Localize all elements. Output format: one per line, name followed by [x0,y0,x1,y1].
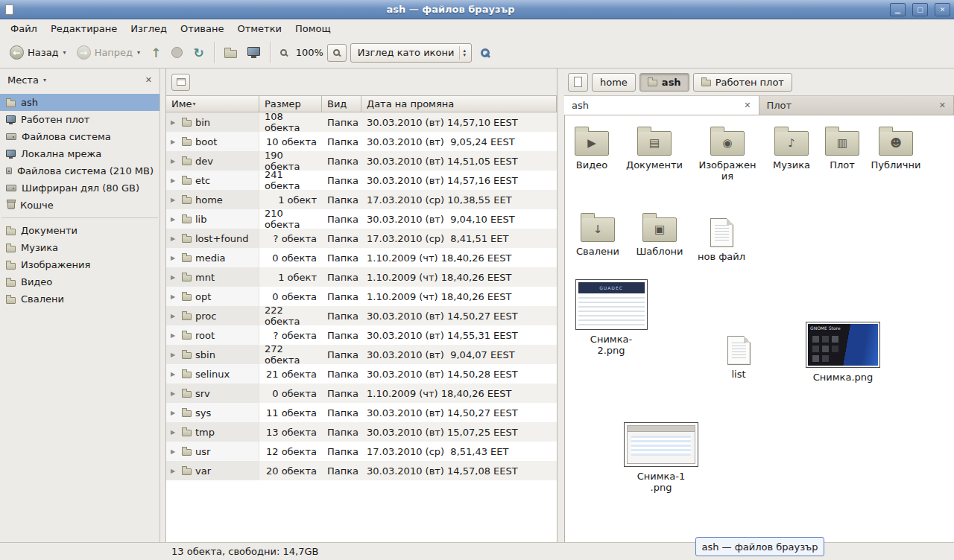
icon-view-item[interactable]: ◉Изображения [698,126,757,182]
expander-icon[interactable]: ▶ [171,410,178,416]
reload-button[interactable]: ↻ [188,42,209,63]
expander-icon[interactable]: ▶ [171,351,178,358]
menu-item-5[interactable]: Помощ [288,22,338,36]
tab-close-icon[interactable]: ✕ [744,101,751,110]
tab-1[interactable]: Плот✕ [759,95,954,115]
table-row[interactable]: ▶proc222 обектаПапка30.03.2010 (вт) 14,5… [166,306,557,325]
icon-view-item[interactable]: list [716,333,761,380]
table-row[interactable]: ▶srv0 обектаПапка1.10.2009 (чт) 18,40,26… [166,384,557,403]
table-row[interactable]: ▶lib210 обектаПапка30.03.2010 (вт) 9,04,… [166,209,557,229]
table-row[interactable]: ▶tmp13 обектаПапка30.03.2010 (вт) 15,07,… [166,422,557,442]
sidebar-close-icon[interactable]: ✕ [145,75,152,85]
expander-icon[interactable]: ▶ [171,216,178,223]
home-button[interactable] [219,44,242,61]
icon-view-item[interactable]: ↓Свалени [569,212,626,257]
expander-icon[interactable]: ▶ [171,119,178,126]
expander-icon[interactable]: ▶ [171,332,178,339]
column-header-date[interactable]: Дата на промяна [361,95,557,112]
spinner-down-icon[interactable]: ▾ [463,53,466,57]
sidebar-title[interactable]: Места [7,74,39,86]
expander-icon[interactable]: ▶ [171,197,178,203]
back-dropdown-icon[interactable]: ▾ [63,49,66,56]
expander-icon[interactable]: ▶ [171,139,178,145]
table-row[interactable]: ▶opt0 обектаПапка1.10.2009 (чт) 18,40,26… [166,287,557,306]
icon-view-item[interactable]: GUADECСнимка-2.png [572,279,651,356]
up-button[interactable]: ↑ [145,42,166,63]
table-row[interactable]: ▶sys11 обектаПапка30.03.2010 (вт) 14,50,… [166,403,557,422]
expander-icon[interactable]: ▶ [171,158,178,165]
icon-view[interactable]: ▶Видео▤Документи◉Изображения♪Музика▥Плот… [564,115,954,542]
table-row[interactable]: ▶var20 обектаПапка30.03.2010 (вт) 14,57,… [166,461,557,480]
sidebar-item-3[interactable]: Локална мрежа [0,145,159,162]
search-button[interactable] [476,45,495,60]
sidebar-item-10[interactable]: Изображения [0,256,159,273]
sidebar-item-5[interactable]: Шифриран дял (80 GB) [0,179,159,197]
icon-view-item[interactable]: ♪Музика [765,126,818,171]
pathbar-button-1[interactable]: ash [639,73,689,92]
sidebar-item-0[interactable]: ash [0,94,159,111]
menu-item-4[interactable]: Отметки [230,22,288,36]
maximize-button[interactable]: □ [912,3,928,16]
expander-icon[interactable]: ▶ [171,177,178,184]
expander-icon[interactable]: ▶ [171,468,178,474]
icon-view-item[interactable]: GNOME StoreСнимка.png [802,322,884,383]
table-row[interactable]: ▶selinux21 обектаПапка30.03.2010 (вт) 14… [166,364,557,384]
expander-icon[interactable]: ▶ [171,429,178,436]
expander-icon[interactable]: ▶ [171,293,178,300]
sidebar-item-6[interactable]: Кошче [0,197,159,214]
pathbar-toggle-button[interactable] [568,73,588,92]
window-menu-icon[interactable] [5,4,13,15]
back-button[interactable]: ← Назад ▾ [4,42,72,63]
icon-view-item[interactable]: ▶Видео [566,126,618,171]
sidebar-item-11[interactable]: Видео [0,273,159,290]
table-row[interactable]: ▶usr12 обектаПапка17.03.2010 (ср) 8,51,4… [166,442,557,461]
table-row[interactable]: ▶mnt1 обектПапка1.10.2009 (чт) 18,40,26 … [166,267,557,287]
column-header-type[interactable]: Вид [322,95,361,112]
icon-view-item[interactable]: Снимка-1.png [620,422,702,493]
expander-icon[interactable]: ▶ [171,371,178,378]
expander-icon[interactable]: ▶ [171,313,178,319]
table-row[interactable]: ▶etc241 обектаПапка30.03.2010 (вт) 14,57… [166,171,557,190]
zoom-out-button[interactable] [275,46,292,59]
table-row[interactable]: ▶dev190 обектаПапка30.03.2010 (вт) 14,51… [166,151,557,171]
sidebar-caret-icon[interactable]: ▾ [43,77,46,83]
icon-view-item[interactable]: нов файл [695,215,748,262]
sidebar-item-9[interactable]: Музика [0,239,159,256]
view-mode-select[interactable]: Изглед като икони ▴ ▾ [350,43,472,63]
table-row[interactable]: ▶media0 обектаПапка1.10.2009 (чт) 18,40,… [166,248,557,267]
pathbar-button-0[interactable]: home [592,73,636,92]
view-mode-spinner-icon[interactable]: ▴ ▾ [459,46,469,60]
menu-item-1[interactable]: Редактиране [44,22,124,36]
icon-view-item[interactable]: ▥Плот [820,126,865,171]
expander-icon[interactable]: ▶ [171,235,178,242]
icon-view-item[interactable]: ▤Документи [623,126,686,171]
titlebar[interactable]: ash — файлов браузър ▁ □ ✕ [0,0,954,19]
close-button[interactable]: ✕ [935,3,950,16]
table-row[interactable]: ▶sbin272 обектаПапка30.03.2010 (вт) 9,04… [166,345,557,364]
stop-button[interactable] [166,44,188,61]
expander-icon[interactable]: ▶ [171,448,178,455]
computer-button[interactable] [242,44,265,61]
tab-0[interactable]: ash✕ [564,95,759,115]
icon-view-item[interactable]: ▣Шаблони [631,212,689,257]
minimize-button[interactable]: ▁ [890,3,906,16]
sidebar-item-1[interactable]: Работен плот [0,111,159,128]
sidebar-item-12[interactable]: Свалени [0,290,159,308]
column-header-size[interactable]: Размер [259,95,322,112]
window-list-button[interactable]: ash — файлов браузър [695,537,824,556]
sidebar-item-4[interactable]: Файлова система (210 MB) [0,162,159,179]
table-row[interactable]: ▶root? обектаПапка30.03.2010 (вт) 14,55,… [166,325,557,345]
column-header-name[interactable]: Име ▾ [166,95,259,112]
table-row[interactable]: ▶bin108 обектаПапка30.03.2010 (вт) 14,57… [166,112,557,132]
menu-item-0[interactable]: Файл [4,22,44,36]
icon-view-item[interactable]: ☻Публични [868,126,924,171]
expander-icon[interactable]: ▶ [171,390,178,397]
location-button[interactable] [171,74,190,91]
tab-close-icon[interactable]: ✕ [939,101,946,110]
pathbar-button-2[interactable]: Работен плот [693,73,792,92]
expander-icon[interactable]: ▶ [171,255,178,261]
zoom-in-button[interactable] [327,44,347,62]
sidebar-item-8[interactable]: Документи [0,222,159,239]
table-row[interactable]: ▶boot10 обектаПапка30.03.2010 (вт) 9,05,… [166,132,557,151]
forward-button[interactable]: → Напред ▾ [72,42,146,63]
